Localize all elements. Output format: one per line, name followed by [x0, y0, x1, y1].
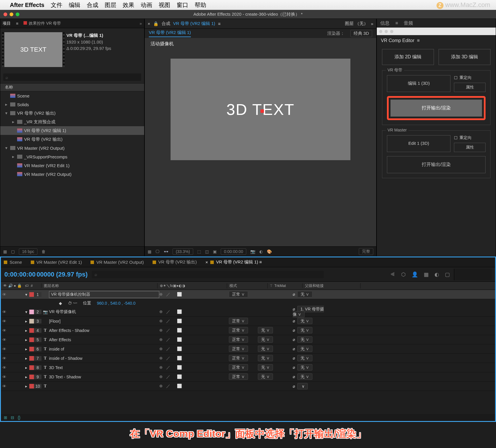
properties-button-2[interactable]: 属性: [454, 143, 486, 152]
menu-view[interactable]: 视图: [159, 1, 170, 9]
tab-effect-controls[interactable]: 效果控件 VR 母带: [23, 21, 61, 26]
project-item[interactable]: ▸_VRSupportPrecomps: [0, 152, 144, 161]
project-search-input[interactable]: ⌕: [3, 73, 141, 81]
timeline-ruler[interactable]: [454, 269, 492, 280]
layer-row[interactable]: 👁 ▾ 2 📷 VR 母带摄像机 ⊕ ／ ⬜ ⌀ 1. VR 母带摄像 ∨: [1, 307, 495, 317]
timeline-tab[interactable]: × VR 母带 (VR2 编辑 1) ≡: [205, 259, 262, 265]
resolution-dropdown[interactable]: 完整: [359, 248, 373, 255]
layer-row[interactable]: 👁 ▸ 3 [Floor] ⊕ ／ ⬜ 正常 ∨ ⌀ 无 ∨: [1, 317, 495, 326]
timecode-display[interactable]: 0:00:00:00 00000 (29.97 fps): [4, 271, 88, 278]
new-bin-icon[interactable]: ▢: [11, 249, 15, 254]
motion-blur-icon[interactable]: ◐: [435, 271, 439, 278]
close-tab-icon[interactable]: ×: [148, 21, 150, 26]
expand-icon[interactable]: {}: [18, 415, 20, 420]
comp-mini-flowchart-icon[interactable]: ⫷: [390, 271, 395, 278]
open-output-render-button[interactable]: 打开输出/渲染: [390, 100, 482, 117]
col-mode[interactable]: 模式: [227, 283, 268, 288]
panel-menu-icon[interactable]: ≡: [218, 21, 221, 26]
channel-icon[interactable]: ⬚: [197, 249, 201, 254]
graph-editor-icon[interactable]: ▢: [445, 271, 450, 278]
menu-effect[interactable]: 效果: [123, 1, 134, 9]
menu-window[interactable]: 窗口: [177, 1, 188, 9]
timeline-footer: ⊞ ⊟ {}: [1, 414, 495, 421]
col-parent[interactable]: 父级和链接: [303, 283, 361, 288]
shy-icon[interactable]: 👤: [412, 271, 418, 278]
tab-audio[interactable]: 音频: [404, 20, 413, 26]
project-item[interactable]: Scene: [0, 91, 144, 100]
toggle-switches-icon[interactable]: ⊞: [4, 415, 7, 420]
open-output-render-button-2[interactable]: 打开输出/渲染: [387, 156, 486, 173]
layer-row[interactable]: 👁 ▾ 1 VR 母带摄像机控制器 ⊕ ／ ⬜ 正常 ∨ ⌀ 无 ∨: [1, 290, 495, 299]
project-item[interactable]: ▸_VR 支持预合成: [0, 118, 144, 126]
renderer-dropdown[interactable]: 经典 3D: [350, 30, 372, 37]
bpc-button[interactable]: 16 bpc: [19, 248, 37, 255]
draft3d-icon[interactable]: ⬡: [401, 271, 406, 278]
edit-1-3d-button[interactable]: 编辑 1 (3D): [387, 75, 450, 92]
panel-menu-icon[interactable]: ≡: [417, 38, 419, 43]
project-item[interactable]: VR Master (VR2 Output): [0, 170, 144, 178]
grid-icon[interactable]: ▦: [148, 249, 151, 254]
project-item[interactable]: ▾VR 母带 (VR2 输出): [0, 109, 144, 118]
project-tree[interactable]: Scene▸Solids▾VR 母带 (VR2 输出)▸_VR 支持预合成VR …: [0, 91, 144, 246]
add-3d-edit-button[interactable]: 添加 3D 编辑: [439, 49, 490, 65]
menu-animation[interactable]: 动画: [141, 1, 152, 9]
panel-menu-icon[interactable]: ≡: [395, 21, 398, 26]
floating-window-titlebar[interactable]: [377, 28, 496, 35]
snapshot-icon[interactable]: 📷: [250, 249, 255, 254]
timeline-tab[interactable]: VR 母带 (VR2 输出): [153, 259, 197, 265]
layer-row[interactable]: 👁 ▸ 6 T inside of ⊕ ／ ⬜ 正常 ∨ 无 ∨ ⌀ 无 ∨: [1, 344, 495, 354]
menu-edit[interactable]: 编辑: [69, 1, 80, 9]
monitor-icon[interactable]: 🖵: [155, 249, 160, 254]
layer-row[interactable]: 👁 ▸ 10 T ⊕ ／ ⬜ ⌀ ∨: [1, 382, 495, 391]
panel-overflow-icon[interactable]: »: [140, 21, 142, 26]
timeline-tab[interactable]: Scene: [4, 260, 22, 265]
tab-project[interactable]: 项目: [3, 21, 11, 26]
color-mgmt-icon[interactable]: 🎨: [267, 249, 272, 254]
vr-panel-title: VR Comp Editor: [381, 38, 414, 43]
tab-info[interactable]: 信息: [380, 20, 390, 26]
menu-layer[interactable]: 图层: [105, 1, 116, 9]
column-name-header[interactable]: 名称: [0, 83, 144, 91]
panel-overflow-icon[interactable]: »: [371, 21, 373, 26]
project-item[interactable]: ▾VR Master (VR2 Output): [0, 144, 144, 152]
layer-row[interactable]: 👁 ▸ 8 T 3D Text ⊕ ／ ⬜ 正常 ∨ 无 ∨ ⌀ 无 ∨: [1, 363, 495, 372]
interpret-icon[interactable]: ▦: [3, 249, 7, 254]
reorient-checkbox-2[interactable]: ☐: [454, 136, 458, 140]
timeline-tab[interactable]: VR Master (VR2 Edit 1): [31, 260, 82, 265]
layer-row[interactable]: 👁 ▸ 9 T 3D Text - Shadow ⊕ ／ ⬜ 正常 ∨ 无 ∨ …: [1, 372, 495, 382]
menu-help[interactable]: 帮助: [195, 1, 206, 9]
menu-composition[interactable]: 合成: [87, 1, 98, 9]
layer-row[interactable]: 👁 ▸ 5 T After Effects ⊕ ／ ⬜ 正常 ∨ 无 ∨ ⌀ 无…: [1, 335, 495, 344]
toggle-modes-icon[interactable]: ⊟: [11, 415, 14, 420]
lock-icon[interactable]: 🔒: [153, 21, 159, 26]
trash-icon[interactable]: 🗑: [41, 249, 46, 254]
timeline-layers[interactable]: 👁 ▾ 1 VR 母带摄像机控制器 ⊕ ／ ⬜ 正常 ∨ ⌀ 无 ∨◆⏱ 〰位置…: [1, 290, 495, 414]
tab-layer[interactable]: 图层 （无）: [345, 21, 368, 26]
zoom-dropdown[interactable]: (33.3%): [173, 248, 193, 255]
layer-row[interactable]: 👁 ▸ 4 T After Effects - Shadow ⊕ ／ ⬜ 正常 …: [1, 326, 495, 335]
transparency-icon[interactable]: ▣: [213, 249, 217, 254]
properties-button[interactable]: 属性: [454, 83, 486, 92]
frame-blend-icon[interactable]: ▦: [424, 271, 429, 278]
layer-row[interactable]: 👁 ▸ 7 T inside of - Shadow ⊕ ／ ⬜ 正常 ∨ 无 …: [1, 354, 495, 363]
timeline-tab[interactable]: VR Master (VR2 Output): [90, 260, 144, 265]
comp-thumbnail[interactable]: 3D TEXT: [4, 32, 62, 67]
menu-file[interactable]: 文件: [51, 1, 62, 9]
panel-menu-icon[interactable]: ≡: [16, 21, 18, 26]
reorient-checkbox[interactable]: ☐: [454, 75, 458, 80]
comp-name-link[interactable]: VR 母带 (VR2 编辑 1): [173, 21, 215, 26]
timeline-search-input[interactable]: ⌕: [92, 271, 324, 278]
add-2d-edit-button[interactable]: 添加 2D 编辑: [382, 49, 434, 65]
project-item[interactable]: VR 母带 (VR2 编辑 1): [0, 126, 144, 135]
project-item[interactable]: VR Master (VR2 Edit 1): [0, 161, 144, 170]
col-layer-name[interactable]: 图层名称: [41, 283, 158, 288]
composition-viewport[interactable]: 3D TEXT: [171, 59, 350, 160]
edit-1-3d-button-2[interactable]: Edit 1 (3D): [387, 135, 450, 152]
project-item[interactable]: ▸Solids: [0, 100, 144, 109]
preview-time[interactable]: 0:00:00:00: [221, 248, 246, 255]
project-item[interactable]: VR 母带 (VR2 输出): [0, 135, 144, 144]
comp-breadcrumb[interactable]: VR 母带 (VR2 编辑 1): [149, 30, 191, 37]
mask-icon[interactable]: 👓: [164, 249, 169, 254]
show-channel-icon[interactable]: ◐: [259, 249, 263, 254]
roi-icon[interactable]: ◫: [205, 249, 209, 254]
